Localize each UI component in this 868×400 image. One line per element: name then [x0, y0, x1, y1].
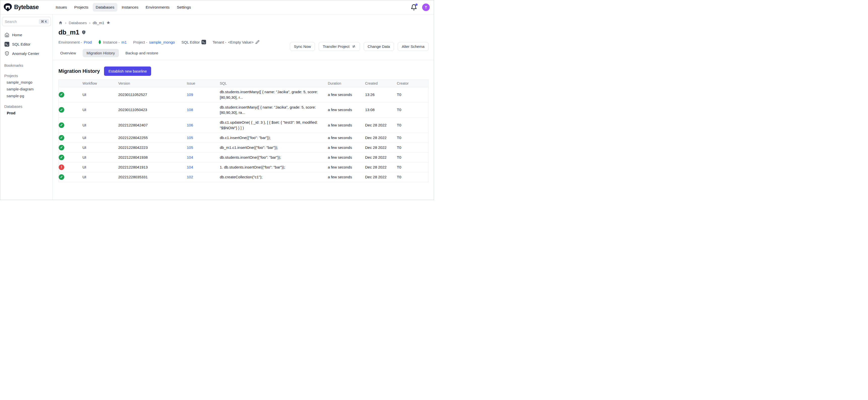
- sync-now-button[interactable]: Sync Now: [290, 42, 315, 51]
- status-icon: [59, 145, 64, 150]
- tab-overview[interactable]: Overview: [56, 49, 80, 57]
- environment-link[interactable]: Prod: [84, 40, 92, 44]
- version-cell: 20221228035331: [118, 172, 187, 182]
- created-cell: Dec 28 2022: [365, 143, 397, 152]
- column-creator: Creator: [397, 80, 429, 87]
- duration-cell: a few seconds: [328, 152, 365, 162]
- avatar[interactable]: T: [422, 3, 430, 11]
- table-row: UI 20230111050423 108 db.student.insertM…: [59, 102, 429, 118]
- mongodb-leaf-icon: [98, 40, 101, 44]
- issue-link[interactable]: 109: [187, 92, 193, 97]
- sidebar-item-anomaly-center[interactable]: Anomaly Center: [0, 49, 52, 58]
- project-link[interactable]: sample_mongo: [149, 40, 175, 44]
- page-title: db_m1: [58, 28, 79, 36]
- workflow-cell: UI: [83, 143, 118, 152]
- nav-item-instances[interactable]: Instances: [119, 3, 141, 11]
- sidebar-section-projects: Projects: [0, 72, 52, 79]
- issue-link[interactable]: 105: [187, 145, 193, 150]
- instance-link[interactable]: m1: [121, 40, 127, 44]
- status-icon: [59, 174, 64, 180]
- creator-cell: T0: [397, 172, 429, 182]
- duration-cell: a few seconds: [328, 133, 365, 143]
- shield-protect-icon: [81, 30, 86, 35]
- sql-cell: db.students.insertMany([ { name: "Jacika…: [220, 87, 328, 102]
- edit-pencil-icon[interactable]: [255, 40, 259, 44]
- transfer-project-label: Transfer Project: [323, 44, 349, 49]
- meta-instance: Instance - m1: [98, 40, 127, 44]
- sidebar: ⌘ K Home SQL Editor: [0, 14, 53, 200]
- chevron-right-icon: ›: [89, 21, 90, 25]
- creator-cell: T0: [397, 102, 429, 118]
- issue-link[interactable]: 104: [187, 165, 193, 169]
- table-row: UI 20221228042223 105 db_m1.c1.insertOne…: [59, 143, 429, 152]
- sql-editor-label: SQL Editor: [181, 40, 200, 44]
- workflow-cell: UI: [83, 162, 118, 172]
- sidebar-item-label: Anomaly Center: [12, 51, 39, 56]
- brand-home-link[interactable]: Bytebase: [3, 3, 53, 12]
- sidebar-item-label: SQL Editor: [12, 42, 30, 47]
- sidebar-item-sql-editor[interactable]: SQL Editor: [0, 39, 52, 49]
- column-version: Version: [118, 80, 187, 87]
- status-icon: [59, 155, 64, 160]
- workflow-cell: UI: [83, 172, 118, 182]
- sidebar-project-sample-mongo[interactable]: sample_mongo: [0, 79, 52, 86]
- creator-cell: T0: [397, 133, 429, 143]
- nav-right: T: [410, 3, 430, 11]
- table-row: UI 20221228035331 102 db.createCollectio…: [59, 172, 429, 182]
- breadcrumb-home-icon[interactable]: [58, 21, 63, 25]
- workflow-cell: UI: [83, 87, 118, 102]
- issue-link[interactable]: 106: [187, 123, 193, 127]
- nav-item-projects[interactable]: Projects: [71, 3, 91, 11]
- creator-cell: T0: [397, 152, 429, 162]
- duration-cell: a few seconds: [328, 172, 365, 182]
- table-row: UI 20230111052527 109 db.students.insert…: [59, 87, 429, 102]
- tab-migration-history[interactable]: Migration History: [83, 49, 119, 57]
- column-workflow: Workflow: [83, 80, 118, 87]
- created-cell: Dec 28 2022: [365, 162, 397, 172]
- status-icon: [59, 92, 64, 97]
- status-icon: [59, 135, 64, 141]
- meta-sql-editor[interactable]: SQL Editor: [181, 40, 206, 44]
- column-created: Created: [365, 80, 397, 87]
- status-icon: [59, 122, 64, 128]
- sidebar-database-prod[interactable]: Prod: [0, 110, 52, 116]
- nav-item-databases[interactable]: Databases: [93, 3, 117, 11]
- establish-baseline-button[interactable]: Establish new baseline: [104, 66, 151, 76]
- sidebar-project-sample-pg[interactable]: sample-pg: [0, 92, 52, 99]
- breadcrumb-databases[interactable]: Databases: [69, 21, 87, 25]
- creator-cell: T0: [397, 162, 429, 172]
- page-actions: Sync Now Transfer Project Change Data Al…: [290, 42, 429, 51]
- table-row: UI 20221228042255 105 db.c1.insertOne({"…: [59, 133, 429, 143]
- transfer-project-button[interactable]: Transfer Project: [319, 42, 360, 51]
- version-cell: 20221228042255: [118, 133, 187, 143]
- issue-link[interactable]: 102: [187, 175, 193, 179]
- duration-cell: a few seconds: [328, 102, 365, 118]
- nav-item-environments[interactable]: Environments: [143, 3, 173, 11]
- sql-cell: db.student.insertMany([ { name: "Jacika"…: [220, 102, 328, 118]
- version-cell: 20230111050423: [118, 102, 187, 118]
- sidebar-section-databases: Databases: [0, 103, 52, 110]
- issue-link[interactable]: 105: [187, 135, 193, 140]
- notification-bell-icon[interactable]: [410, 4, 417, 10]
- tab-backup-and-restore[interactable]: Backup and restore: [121, 49, 162, 57]
- creator-cell: T0: [397, 118, 429, 133]
- bytebase-logo-icon: [3, 3, 12, 12]
- terminal-icon: [202, 40, 206, 44]
- issue-link[interactable]: 104: [187, 155, 193, 159]
- sidebar-item-home[interactable]: Home: [0, 30, 52, 39]
- bytebase-app: Bytebase Issues Projects Databases Insta…: [0, 0, 434, 200]
- issue-link[interactable]: 108: [187, 107, 193, 112]
- bookmark-star-icon[interactable]: ★: [106, 20, 110, 25]
- nav-item-settings[interactable]: Settings: [174, 3, 194, 11]
- sidebar-project-sample-diagram[interactable]: sample-diagram: [0, 86, 52, 92]
- breadcrumb: › Databases › db_m1 ★: [53, 14, 434, 25]
- table-row: UI 20221228041913 104 1. db.students.ins…: [59, 162, 429, 172]
- created-cell: 13:26: [365, 87, 397, 102]
- change-data-button[interactable]: Change Data: [364, 42, 394, 51]
- sql-cell: db.c1.insertOne({"foo": "bar"});: [220, 133, 328, 143]
- nav-item-issues[interactable]: Issues: [53, 3, 70, 11]
- search-input[interactable]: [5, 20, 39, 24]
- alter-schema-button[interactable]: Alter Schema: [398, 42, 429, 51]
- search-box: ⌘ K: [2, 17, 51, 26]
- version-cell: 20221228042223: [118, 143, 187, 152]
